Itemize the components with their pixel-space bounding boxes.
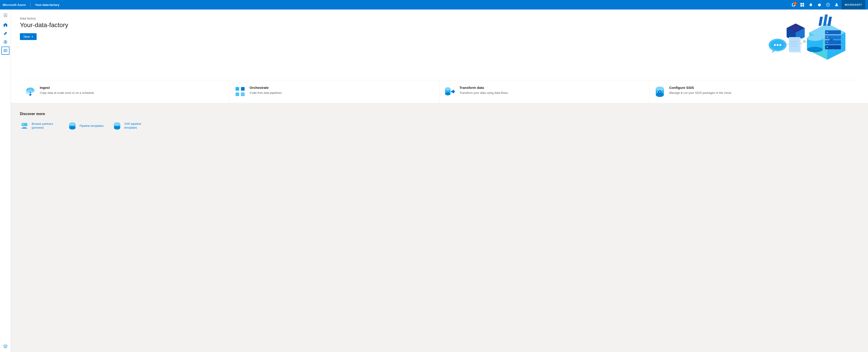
sidebar-item-monitor[interactable]: [1, 38, 9, 46]
svg-point-50: [779, 44, 781, 46]
nav-page-title: Your-data-factory: [35, 3, 59, 6]
svg-rect-13: [4, 50, 7, 52]
svg-point-37: [807, 35, 823, 41]
svg-rect-87: [660, 92, 661, 92]
svg-rect-1: [802, 3, 804, 4]
svg-rect-2: [800, 5, 802, 6]
orchestrate-desc: Code-free data pipelines.: [250, 91, 282, 95]
svg-point-11: [5, 41, 6, 43]
sidebar-item-home[interactable]: [1, 21, 9, 29]
sap-pipeline-templates-label: SAP pipeline templates: [124, 122, 151, 130]
svg-point-68: [26, 92, 29, 94]
ingest-content: Ingest Copy data at scale once or on a s…: [40, 86, 95, 95]
notifications-icon[interactable]: [807, 1, 814, 8]
ingest-desc: Copy data at scale once or on a schedule…: [40, 91, 95, 95]
action-card-orchestrate[interactable]: Orchestrate Code-free data pipelines.: [230, 80, 439, 103]
action-card-ingest[interactable]: Ingest Copy data at scale once or on a s…: [20, 80, 230, 103]
svg-rect-86: [658, 92, 659, 92]
svg-rect-71: [236, 92, 239, 96]
discover-item-pipeline-templates[interactable]: Pipeline templates: [68, 121, 103, 130]
user-account-button[interactable]: MICROSOFT: [842, 0, 865, 9]
pipeline-templates-label: Pipeline templates: [80, 124, 103, 128]
svg-point-49: [777, 44, 778, 46]
svg-rect-9: [4, 17, 7, 17]
svg-rect-0: [800, 3, 802, 4]
notification-badge: 1: [794, 2, 797, 5]
discover-items: Browse partners (preview) Pipeline templ…: [20, 121, 859, 130]
svg-rect-70: [241, 87, 245, 91]
configure-ssis-title: Configure SSIS: [669, 86, 732, 90]
transform-desc: Transform your data using data flows.: [460, 91, 508, 95]
pipeline-templates-icon: [68, 121, 77, 130]
transform-icon: [444, 86, 456, 97]
svg-point-92: [69, 126, 75, 129]
azure-logo: Microsoft Azure: [3, 3, 26, 6]
svg-rect-84: [659, 90, 660, 91]
browse-partners-icon: [20, 121, 29, 130]
svg-point-77: [445, 87, 451, 90]
nav-icons: 1 ?: [790, 1, 840, 8]
page-title: Your-data-factory: [20, 22, 741, 29]
svg-rect-3: [802, 5, 804, 6]
hero-left: Data factory Your-data-factory New ▾: [20, 17, 741, 40]
sidebar: [0, 9, 11, 352]
brand: Microsoft Azure Your-data-factory: [3, 2, 59, 7]
svg-text:?: ?: [827, 4, 829, 6]
svg-point-44: [827, 41, 828, 43]
svg-rect-8: [4, 15, 7, 16]
svg-rect-53: [789, 37, 800, 52]
action-card-configure-ssis[interactable]: Configure SSIS Manage & run your SSIS pa…: [649, 80, 859, 103]
svg-rect-7: [4, 14, 7, 14]
configure-ssis-icon: [654, 86, 666, 97]
svg-point-76: [445, 92, 451, 95]
discover-item-sap-pipeline-templates[interactable]: SAP pipeline templates: [113, 121, 151, 130]
new-button[interactable]: New ▾: [20, 33, 37, 40]
sidebar-item-learn[interactable]: [1, 342, 9, 350]
svg-rect-22: [818, 17, 823, 26]
ingest-icon: [24, 86, 36, 97]
discover-item-browse-partners[interactable]: Browse partners (preview): [20, 121, 59, 130]
action-cards: Ingest Copy data at scale once or on a s…: [20, 80, 859, 103]
top-navigation: Microsoft Azure Your-data-factory 1 ? MI…: [0, 0, 868, 9]
browse-partners-label: Browse partners (preview): [32, 122, 59, 130]
svg-point-97: [114, 122, 120, 126]
chevron-down-icon: ▾: [32, 35, 33, 38]
sidebar-item-author[interactable]: [1, 29, 9, 37]
nav-divider: [30, 2, 31, 7]
configure-ssis-desc: Manage & run your SSIS packages in the c…: [669, 91, 732, 95]
sidebar-item-manage[interactable]: [1, 47, 9, 55]
svg-rect-24: [828, 17, 832, 26]
hero-illustration: [741, 12, 859, 71]
svg-point-43: [827, 37, 828, 38]
svg-point-89: [24, 123, 28, 126]
transform-content: Transform data Transform your data using…: [460, 86, 508, 95]
sidebar-toggle[interactable]: [1, 11, 9, 20]
svg-point-73: [241, 93, 245, 96]
help-icon[interactable]: ?: [825, 1, 832, 8]
portal-icon[interactable]: [799, 1, 806, 8]
svg-point-6: [836, 3, 837, 5]
new-button-label: New: [24, 35, 30, 38]
action-card-transform[interactable]: Transform data Transform your data using…: [440, 80, 649, 103]
sap-pipeline-templates-icon: [113, 121, 122, 130]
main-content: Data factory Your-data-factory New ▾: [11, 9, 868, 352]
hero-section: Data factory Your-data-factory New ▾: [11, 9, 868, 103]
svg-point-42: [827, 32, 828, 33]
svg-point-93: [69, 122, 75, 126]
svg-rect-69: [236, 87, 239, 91]
discover-section: Discover more Browse partners (preview): [11, 105, 868, 138]
svg-point-48: [774, 44, 776, 46]
configure-ssis-content: Configure SSIS Manage & run your SSIS pa…: [669, 86, 732, 95]
svg-rect-85: [659, 93, 660, 94]
feedback-icon[interactable]: 1: [790, 1, 797, 8]
ingest-title: Ingest: [40, 86, 95, 90]
svg-point-45: [827, 47, 828, 48]
svg-point-83: [659, 91, 661, 93]
discover-title: Discover more: [20, 112, 859, 116]
svg-marker-67: [29, 94, 32, 96]
transform-title: Transform data: [460, 86, 508, 90]
profile-icon[interactable]: [833, 1, 840, 8]
svg-point-96: [114, 126, 120, 129]
settings-icon[interactable]: [816, 1, 823, 8]
svg-point-36: [807, 47, 823, 52]
